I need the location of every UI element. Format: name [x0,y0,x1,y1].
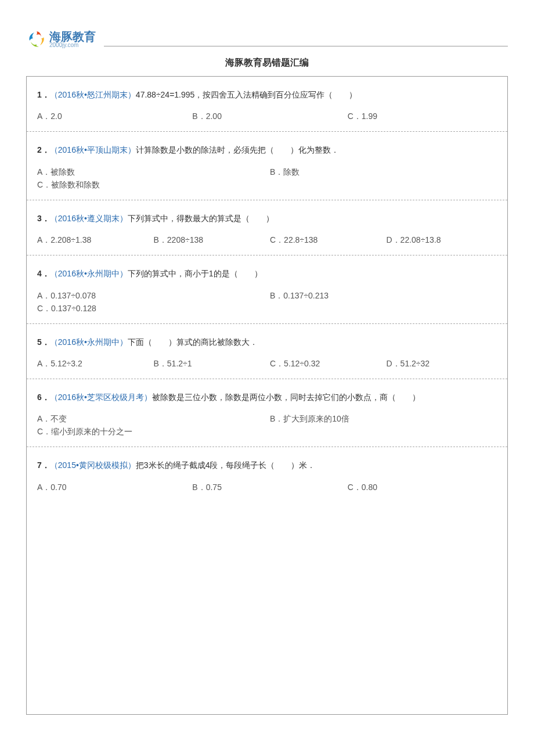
options-list: A．2.208÷1.38 B．2208÷138 C．22.8÷138 D．22.… [37,235,497,246]
option-c: C．5.12÷0.32 [270,359,381,369]
option-d: D．22.08÷13.8 [387,235,497,246]
option-a: A．不变 [37,414,264,424]
question-item: 4．（2016秋•永州期中）下列的算式中，商小于1的是（ ） A．0.137÷0… [27,255,507,323]
question-text: 被除数是三位小数，除数是两位小数，同时去掉它们的小数点，商（ ） [152,393,420,402]
options-list: A．0.137÷0.078 B．0.137÷0.213 C．0.137÷0.12… [37,291,497,314]
question-number: 4． [37,269,50,278]
option-a: A．2.208÷1.38 [37,235,148,246]
question-stem: 7．（2015•黄冈校级模拟）把3米长的绳子截成4段，每段绳子长（ ）米． [37,459,497,471]
option-a: A．5.12÷3.2 [37,359,148,369]
question-number: 5． [37,337,50,347]
option-c: C．1.99 [348,111,497,122]
question-source: （2016秋•永州期中） [50,337,128,347]
question-item: 6．（2016秋•芝罘区校级月考）被除数是三位小数，除数是两位小数，同时去掉它们… [27,379,507,447]
logo-sub-text: 2000jy.com [49,42,96,48]
question-source: （2016秋•怒江州期末） [50,90,136,99]
question-source: （2016秋•平顶山期末） [50,145,136,154]
option-b: B．51.2÷1 [154,359,265,369]
logo: 海豚教育 2000jy.com [26,29,96,50]
question-text: 计算除数是小数的除法时，必须先把（ ）化为整数． [136,145,339,154]
question-number: 3． [37,214,50,223]
option-c: C．0.80 [348,483,497,493]
options-list: A．2.0 B．2.00 C．1.99 [37,111,497,122]
option-c: C．0.137÷0.128 [37,304,264,314]
question-item: 2．（2016秋•平顶山期末）计算除数是小数的除法时，必须先把（ ）化为整数． … [27,132,507,200]
question-text: 下列算式中，得数最大的算式是（ ） [128,214,274,223]
option-b: B．扩大到原来的10倍 [270,414,497,424]
option-a: A．0.137÷0.078 [37,291,264,301]
logo-main-text: 海豚教育 [49,31,96,42]
question-stem: 5．（2016秋•永州期中）下面（ ）算式的商比被除数大． [37,336,497,348]
question-number: 1． [37,90,50,99]
question-stem: 1．（2016秋•怒江州期末）47.88÷24=1.995，按四舍五入法精确到百… [37,88,497,101]
page-title: 海豚教育易错题汇编 [26,57,508,69]
option-a: A．0.70 [37,483,186,493]
question-item: 5．（2016秋•永州期中）下面（ ）算式的商比被除数大． A．5.12÷3.2… [27,324,507,379]
option-b: B．2.00 [192,111,341,122]
question-number: 6． [37,393,50,402]
logo-text: 海豚教育 2000jy.com [49,31,96,48]
option-a: A．2.0 [37,111,186,122]
question-item: 7．（2015•黄冈校级模拟）把3米长的绳子截成4段，每段绳子长（ ）米． A．… [27,447,507,502]
option-c: C．缩小到原来的十分之一 [37,427,264,437]
question-source: （2015•黄冈校级模拟） [50,460,136,470]
question-item: 3．（2016秋•遵义期末）下列算式中，得数最大的算式是（ ） A．2.208÷… [27,200,507,255]
page-header: 海豚教育 2000jy.com [26,29,508,50]
question-text: 47.88÷24=1.995，按四舍五入法精确到百分位应写作（ ） [136,90,358,99]
option-b: B．0.137÷0.213 [270,291,497,301]
question-source: （2016秋•永州期中） [50,269,128,278]
question-source: （2016秋•芝罘区校级月考） [50,393,152,402]
option-b: B．2208÷138 [154,235,265,246]
question-source: （2016秋•遵义期末） [50,214,128,223]
options-list: A．0.70 B．0.75 C．0.80 [37,483,497,493]
question-text: 下面（ ）算式的商比被除数大． [128,337,258,347]
question-item: 1．（2016秋•怒江州期末）47.88÷24=1.995，按四舍五入法精确到百… [27,77,507,132]
question-number: 2． [37,145,50,154]
option-c: C．被除数和除数 [37,180,264,190]
dolphin-logo-icon [26,29,47,50]
question-stem: 3．（2016秋•遵义期末）下列算式中，得数最大的算式是（ ） [37,212,497,225]
options-list: A．被除数 B．除数 C．被除数和除数 [37,167,497,190]
question-stem: 2．（2016秋•平顶山期末）计算除数是小数的除法时，必须先把（ ）化为整数． [37,143,497,156]
question-text: 把3米长的绳子截成4段，每段绳子长（ ）米． [136,460,316,470]
header-divider [104,46,508,46]
option-d: D．51.2÷32 [387,359,497,369]
question-stem: 4．（2016秋•永州期中）下列的算式中，商小于1的是（ ） [37,267,497,280]
option-b: B．除数 [270,167,497,178]
question-stem: 6．（2016秋•芝罘区校级月考）被除数是三位小数，除数是两位小数，同时去掉它们… [37,391,497,404]
option-c: C．22.8÷138 [270,235,381,246]
option-b: B．0.75 [192,483,341,493]
options-list: A．5.12÷3.2 B．51.2÷1 C．5.12÷0.32 D．51.2÷3… [37,359,497,369]
questions-container: 1．（2016秋•怒江州期末）47.88÷24=1.995，按四舍五入法精确到百… [26,76,508,715]
question-text: 下列的算式中，商小于1的是（ ） [128,269,262,278]
options-list: A．不变 B．扩大到原来的10倍 C．缩小到原来的十分之一 [37,414,497,437]
option-a: A．被除数 [37,167,264,178]
question-number: 7． [37,460,50,470]
